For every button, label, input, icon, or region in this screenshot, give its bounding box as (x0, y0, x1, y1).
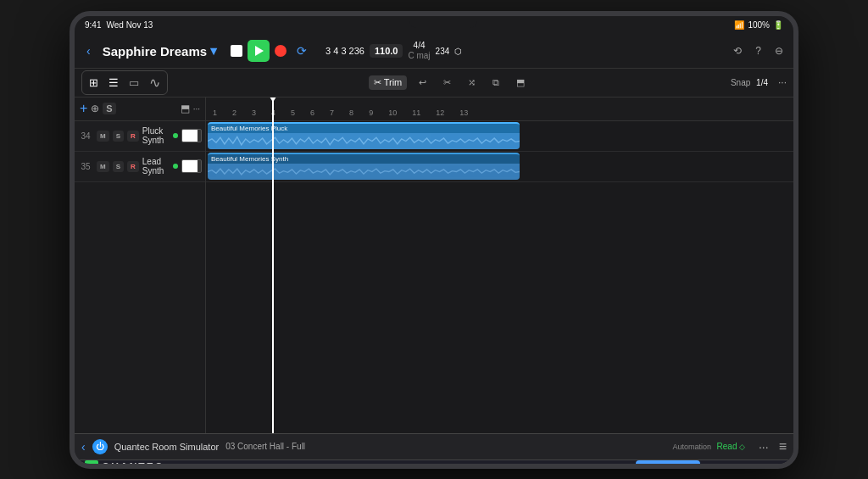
quantec-brand-text: QUANTEC (102, 461, 164, 469)
track-active-dot (173, 133, 178, 138)
ruler-mark: 8 (349, 109, 353, 117)
ruler-mark: 12 (436, 109, 444, 117)
send-button[interactable]: ⬒ (181, 103, 190, 114)
waveform (208, 164, 520, 180)
plugin-preset[interactable]: 03 Concert Hall - Full (225, 442, 305, 451)
automation-label: Automation Read ◇ (673, 442, 745, 451)
solo-button[interactable]: S (113, 161, 124, 172)
track-active-dot (173, 164, 178, 169)
waveform-svg (208, 133, 520, 149)
track-clips: Beautiful Memories Pluck Beautiful Memor… (206, 121, 793, 182)
arrange-area: 1 2 3 4 5 6 7 8 9 10 11 12 13 (206, 97, 793, 433)
status-bar: 9:41 Wed Nov 13 📶 100% 🔋 (75, 16, 793, 35)
tab-qrs[interactable]: Quantec QRS (636, 460, 700, 469)
bar-display: 234 (436, 47, 450, 56)
audio-clip[interactable]: Beautiful Memories Synth (208, 153, 520, 180)
ruler-mark: 11 (412, 109, 420, 117)
ruler-mark: 6 (310, 109, 314, 117)
waveform (208, 133, 520, 149)
track-list-header: + ⊕ S ⬒ ··· (75, 97, 205, 121)
track-name: Pluck Synth (142, 126, 170, 145)
ruler-mark: 7 (330, 109, 334, 117)
dropdown-icon[interactable]: ▾ (210, 43, 217, 58)
ruler-mark: 10 (388, 109, 397, 117)
automation-mode[interactable]: Read (717, 442, 737, 451)
solo-button[interactable]: S (113, 131, 124, 142)
plugin-lines-icon[interactable]: ≡ (779, 439, 787, 454)
ruler-mark: 1 (213, 109, 217, 117)
quantec-logo: Q QUANTEC (85, 460, 164, 469)
undo-tool[interactable]: ↩ (414, 75, 431, 90)
battery-label: 100% (748, 20, 770, 30)
track-instrument-icon[interactable] (181, 159, 202, 173)
track-number: 35 (78, 162, 93, 171)
plugin-more-button[interactable]: ··· (759, 440, 769, 454)
record-arm-button[interactable]: R (127, 131, 139, 142)
notch (409, 19, 477, 28)
plugin-tabs: Quantec QRS Quantec YardStick (636, 460, 783, 469)
track-number: 34 (78, 131, 93, 141)
audio-clip[interactable]: Beautiful Memories Pluck (208, 122, 520, 149)
nav-bar: ‹ Sapphire Dreams ▾ ⟳ 3 4 3 236 110.0 4/… (75, 35, 793, 69)
record-button[interactable] (275, 45, 287, 57)
mute-button[interactable]: M (97, 161, 109, 172)
list-view-icon[interactable]: ☰ (105, 75, 122, 91)
waveform-svg (208, 164, 520, 180)
playhead[interactable] (272, 97, 274, 433)
tempo-display[interactable]: 110.0 (370, 44, 403, 58)
add-track-button[interactable]: + (80, 101, 87, 116)
clip-label: Beautiful Memories Pluck (208, 124, 520, 133)
time-signature: 4/4 C maj (408, 41, 430, 61)
track-list: + ⊕ S ⬒ ··· 34 M S R Pluck Synth 35 M (75, 97, 206, 433)
trim-tool[interactable]: ✂ Trim (369, 75, 408, 90)
ruler-mark: 2 (232, 109, 236, 117)
plugin-power-button[interactable]: ⏻ (92, 439, 108, 454)
battery-icon: 🔋 (773, 20, 783, 30)
snap-control[interactable]: Snap 1/4 (731, 78, 768, 87)
cut-tool[interactable]: ✂ (438, 75, 456, 90)
ruler-mark: 13 (459, 109, 468, 117)
ruler: 1 2 3 4 5 6 7 8 9 10 11 12 13 (206, 97, 793, 121)
loop-button[interactable]: ⟳ (292, 42, 312, 59)
tab-yardstick[interactable]: Quantec YardStick (704, 460, 783, 469)
trim-icon: ✂ (374, 77, 381, 88)
bounce-button[interactable]: ⊕ (91, 103, 99, 114)
curve-view-icon[interactable]: ∿ (146, 73, 164, 92)
solo-all-button[interactable]: S (103, 103, 115, 114)
quantec-header: Q QUANTEC Quantec QRS Quantec YardStick (75, 460, 793, 469)
track-more-button[interactable]: ··· (193, 104, 200, 114)
plugin-strip: ‹ ⏻ Quantec Room Simulator 03 Concert Ha… (75, 433, 793, 460)
ruler-mark: 9 (369, 109, 373, 117)
project-title: Sapphire Dreams (103, 44, 207, 58)
wifi-icon: 📶 (734, 20, 744, 30)
close-nav-icon[interactable]: ⊖ (771, 43, 787, 58)
undo-nav-icon[interactable]: ⟲ (730, 43, 745, 58)
track-instrument-icon[interactable] (181, 129, 202, 142)
record-arm-button[interactable]: R (127, 161, 139, 172)
ipad-frame: 9:41 Wed Nov 13 📶 100% 🔋 ‹ Sapphire Drea… (70, 11, 798, 469)
waveform-view-icon[interactable]: ▭ (125, 75, 142, 91)
plugin-nav-button[interactable]: ‹ (81, 440, 86, 454)
help-icon[interactable]: ? (752, 43, 765, 58)
play-button[interactable] (248, 40, 270, 62)
toolbar-more-icon[interactable]: ··· (778, 76, 787, 88)
stop-button[interactable] (231, 45, 242, 57)
clip-row: Beautiful Memories Pluck (206, 121, 793, 152)
grid-view-icon[interactable]: ⊞ (86, 75, 102, 91)
paste-tool[interactable]: ⬒ (511, 75, 530, 90)
status-day: Wed Nov 13 (106, 20, 153, 30)
edit-tools: ✂ Trim ↩ ✂ ⤮ ⧉ ⬒ (173, 75, 726, 90)
view-mode-group: ⊞ ☰ ▭ ∿ (81, 70, 168, 95)
metronome-icon[interactable]: ⬡ (454, 47, 462, 56)
back-button[interactable]: ‹ (81, 42, 96, 59)
copy-tool[interactable]: ⧉ (487, 75, 504, 90)
toolbar: ⊞ ☰ ▭ ∿ ✂ Trim ↩ ✂ ⤮ ⧉ ⬒ Snap 1/4 ··· (75, 69, 793, 97)
track-row: 35 M S R Lead Synth (75, 152, 205, 182)
mute-button[interactable]: M (97, 131, 109, 142)
merge-tool[interactable]: ⤮ (463, 75, 481, 90)
plugin-ui: Q QUANTEC Quantec QRS Quantec YardStick … (75, 460, 793, 469)
snap-value[interactable]: 1/4 (756, 78, 768, 87)
main-area: + ⊕ S ⬒ ··· 34 M S R Pluck Synth 35 M (75, 97, 793, 433)
plugin-name: Quantec Room Simulator (114, 442, 220, 452)
clip-row: Beautiful Memories Synth (206, 152, 793, 182)
